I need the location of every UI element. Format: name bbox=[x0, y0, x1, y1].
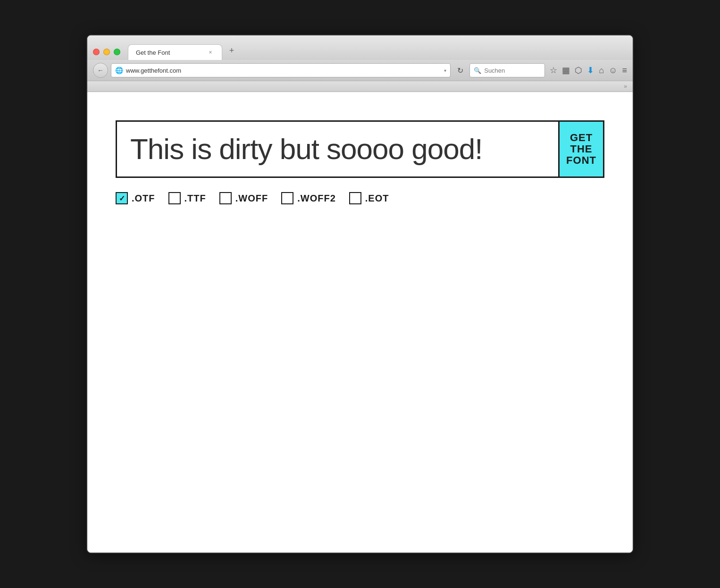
reading-list-icon[interactable]: ▦ bbox=[562, 65, 570, 76]
tab-bar: Get the Font × + bbox=[128, 44, 627, 60]
dropdown-arrow-icon[interactable]: ▾ bbox=[444, 68, 446, 73]
page-content: This is dirty but soooo good! GET THE FO… bbox=[87, 92, 633, 553]
woff-checkbox[interactable] bbox=[219, 192, 232, 204]
search-bar[interactable]: 🔍 bbox=[469, 63, 545, 77]
format-otf[interactable]: ✓ .OTF bbox=[116, 192, 155, 204]
extensions-chevron-icon[interactable]: » bbox=[624, 83, 627, 90]
woff-label: .WOFF bbox=[235, 193, 268, 204]
logo-line-2: THE bbox=[570, 143, 593, 155]
format-woff[interactable]: .WOFF bbox=[219, 192, 268, 204]
check-icon: ✓ bbox=[119, 194, 125, 203]
ttf-label: .TTF bbox=[184, 193, 206, 204]
emoji-icon[interactable]: ☺ bbox=[609, 66, 617, 76]
download-icon[interactable]: ⬇ bbox=[587, 65, 594, 76]
toolbar: ← 🌐 ▾ ↻ 🔍 ☆ ▦ ⬡ ⬇ ⌂ ☺ ≡ bbox=[87, 60, 633, 81]
bookmark-icon[interactable]: ☆ bbox=[550, 65, 557, 76]
pocket-icon[interactable]: ⬡ bbox=[575, 65, 582, 76]
new-tab-button[interactable]: + bbox=[226, 45, 237, 56]
refresh-button[interactable]: ↻ bbox=[453, 64, 467, 77]
globe-icon: 🌐 bbox=[115, 67, 123, 74]
window-controls bbox=[93, 49, 120, 55]
back-button[interactable]: ← bbox=[93, 63, 108, 78]
address-bar[interactable]: 🌐 ▾ bbox=[111, 63, 451, 77]
otf-label: .OTF bbox=[132, 193, 155, 204]
search-icon: 🔍 bbox=[474, 67, 481, 74]
site-logo: GET THE FONT bbox=[558, 122, 603, 176]
search-input[interactable] bbox=[484, 67, 531, 74]
extension-bar: » bbox=[87, 81, 633, 92]
minimize-button[interactable] bbox=[103, 49, 110, 55]
format-eot[interactable]: .EOT bbox=[349, 192, 389, 204]
home-icon[interactable]: ⌂ bbox=[599, 66, 604, 76]
eot-label: .EOT bbox=[365, 193, 389, 204]
logo-line-3: FONT bbox=[566, 155, 596, 166]
browser-window: Get the Font × + ← 🌐 ▾ ↻ 🔍 ☆ ▦ ⬡ ⬇ ⌂ ☺ ≡ bbox=[86, 34, 634, 554]
tab-close-icon[interactable]: × bbox=[207, 49, 214, 56]
format-checkboxes: ✓ .OTF .TTF .WOFF .WOFF2 .EOT bbox=[116, 192, 604, 204]
maximize-button[interactable] bbox=[114, 49, 120, 55]
font-sample-text: This is dirty but soooo good! bbox=[117, 122, 558, 176]
format-woff2[interactable]: .WOFF2 bbox=[281, 192, 336, 204]
ttf-checkbox[interactable] bbox=[168, 192, 181, 204]
font-preview-box: This is dirty but soooo good! GET THE FO… bbox=[116, 120, 604, 178]
logo-line-1: GET bbox=[570, 132, 593, 143]
close-button[interactable] bbox=[93, 49, 100, 55]
format-ttf[interactable]: .TTF bbox=[168, 192, 206, 204]
menu-icon[interactable]: ≡ bbox=[622, 66, 627, 76]
otf-checkbox[interactable]: ✓ bbox=[116, 192, 128, 204]
eot-checkbox[interactable] bbox=[349, 192, 361, 204]
tab-title: Get the Font bbox=[136, 49, 203, 56]
title-bar: Get the Font × + bbox=[87, 35, 633, 60]
toolbar-icons: ☆ ▦ ⬡ ⬇ ⌂ ☺ ≡ bbox=[550, 65, 627, 76]
url-input[interactable] bbox=[126, 67, 441, 74]
woff2-label: .WOFF2 bbox=[297, 193, 336, 204]
active-tab[interactable]: Get the Font × bbox=[128, 44, 222, 60]
woff2-checkbox[interactable] bbox=[281, 192, 293, 204]
